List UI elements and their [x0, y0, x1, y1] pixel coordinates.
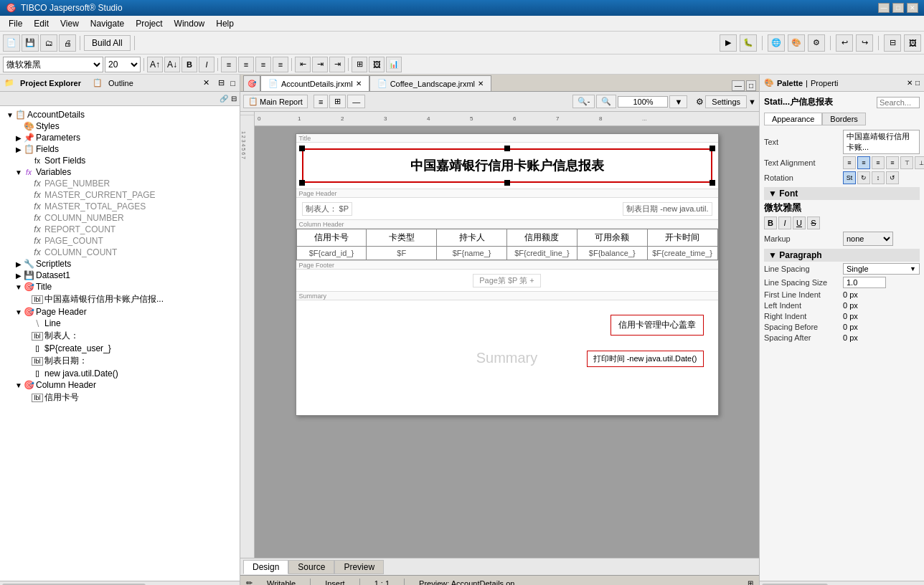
font-bold-button[interactable]: B [764, 217, 777, 229]
debug-button[interactable]: 🐛 [740, 34, 757, 52]
tree-page-number[interactable]: fx PAGE_NUMBER [0, 178, 240, 189]
right-panel-scrollbar[interactable] [760, 581, 924, 585]
prop-lss-input[interactable] [843, 277, 886, 288]
menu-file[interactable]: File [3, 17, 28, 30]
align-center-button[interactable]: ≡ [238, 57, 254, 72]
borders-tab[interactable]: Borders [822, 113, 866, 125]
editor-maximize-button[interactable]: □ [746, 80, 756, 91]
menu-view[interactable]: View [55, 17, 85, 30]
tree-chuanbiaoren-label[interactable]: lbl 制表人： [0, 329, 240, 343]
align-top-button[interactable]: ⊤ [900, 156, 913, 169]
zoom-out-button[interactable]: 🔍- [572, 95, 595, 108]
list-view-button[interactable]: ≡ [314, 95, 328, 108]
save-button[interactable]: 💾 [22, 34, 39, 52]
tree-parameters[interactable]: ▶ 📌 Parameters [0, 132, 240, 143]
tree-fields[interactable]: ▶ 📋 Fields [0, 143, 240, 155]
rotation-cw-button[interactable]: ↻ [857, 171, 870, 184]
font-underline-button[interactable]: U [793, 217, 806, 229]
project-explorer-tab[interactable]: Project Explorer [20, 79, 81, 87]
tree-styles[interactable]: 🎨 Styles [0, 120, 240, 132]
indent-right-button[interactable]: ⇥ [312, 57, 328, 72]
status-bar-expand[interactable]: ⊞ [748, 579, 753, 585]
stamp-box[interactable]: 信用卡管理中心盖章 [610, 315, 704, 336]
tree-title-band[interactable]: ▼ 🎯 Title [0, 281, 240, 292]
tree-biaoqi-label[interactable]: lbl 制表日期： [0, 354, 240, 368]
font-decrease-button[interactable]: A↓ [164, 57, 180, 72]
tree-column-count[interactable]: fx COLUMN_COUNT [0, 247, 240, 258]
settings-icon-button[interactable]: ⚙ [808, 34, 825, 52]
left-panel-scrollbar[interactable] [0, 581, 240, 585]
palette-tab-label[interactable]: Palette [777, 79, 803, 87]
appearance-tab[interactable]: Appearance [764, 113, 822, 125]
palette-button[interactable]: 🎨 [788, 34, 805, 52]
align-center-button[interactable]: ≡ [857, 156, 870, 169]
right-panel-max-button[interactable]: □ [915, 79, 920, 87]
menu-help[interactable]: Help [210, 17, 240, 30]
rotation-ccw-button[interactable]: ↺ [886, 171, 899, 184]
outline-tab[interactable]: Outline [108, 79, 133, 87]
left-panel-max-button[interactable]: □ [230, 79, 235, 87]
align-middle-button[interactable]: ⊥ [915, 156, 924, 169]
align-right-button[interactable]: ≡ [255, 57, 271, 72]
align-right-button[interactable]: ≡ [872, 156, 885, 169]
tree-new-date[interactable]: [] new java.util.Date() [0, 368, 240, 379]
tree-variables[interactable]: ▼ fx Variables [0, 166, 240, 178]
save-all-button[interactable]: 🗂 [40, 34, 57, 52]
grid-view-button[interactable]: ⊞ [329, 95, 346, 108]
image-button[interactable]: 🖼 [369, 57, 385, 72]
editor-tab-close-button[interactable]: ✕ [356, 80, 362, 87]
canvas-scroll[interactable]: 0 1 2 3 4 5 6 7 8 ... [255, 112, 759, 558]
paragraph-section-header[interactable]: ▼ Paragraph [764, 249, 920, 262]
print-time-box[interactable]: 打印时间 -new java.util.Date() [587, 351, 704, 367]
rotation-180-button[interactable]: ↕ [872, 171, 885, 184]
tree-column-header-band[interactable]: ▼ 🎯 Column Header [0, 379, 240, 391]
align-left-button[interactable]: ≡ [843, 156, 856, 169]
close-button[interactable]: ✕ [907, 3, 918, 13]
settings-button[interactable]: Settings [705, 95, 747, 108]
zoom-reset-button[interactable]: 🔍 [596, 95, 616, 108]
collapse-all-button[interactable]: ⊟ [231, 95, 237, 103]
properties-tab-label[interactable]: Properti [811, 79, 839, 87]
markup-select[interactable]: none html [843, 232, 893, 246]
title-text-box[interactable]: 中国嘉靖银行信用卡账户信息报表 [302, 148, 712, 183]
editor-tab-coffee[interactable]: 📄 Coffee_Landscape.jrxml ✕ [369, 75, 491, 91]
tree-card-number-label[interactable]: lbl 信用卡号 [0, 391, 240, 404]
right-panel-close-button[interactable]: ✕ [907, 79, 913, 87]
font-italic-button[interactable]: I [778, 217, 791, 229]
tree-master-total[interactable]: fx MASTER_TOTAL_PAGES [0, 201, 240, 212]
menu-navigate[interactable]: Navigate [85, 17, 130, 30]
italic-button[interactable]: I [199, 57, 214, 72]
align-justify-button[interactable]: ≡ [886, 156, 899, 169]
properties-search-input[interactable] [877, 97, 920, 108]
window-controls[interactable]: — □ ✕ [878, 3, 918, 13]
chart-button[interactable]: 📊 [386, 57, 402, 72]
run-button[interactable]: ▶ [720, 34, 737, 52]
details-view-button[interactable]: — [347, 95, 365, 108]
tree-column-number[interactable]: fx COLUMN_NUMBER [0, 212, 240, 224]
prop-text-value[interactable]: 中国嘉靖银行信用卡账... [843, 130, 920, 154]
redo-button[interactable]: ↪ [856, 34, 873, 52]
align-justify-button[interactable]: ≡ [273, 57, 288, 72]
indent-left-button[interactable]: ⇤ [295, 57, 311, 72]
tree-page-count[interactable]: fx PAGE_COUNT [0, 235, 240, 247]
tree-dataset1[interactable]: ▶ 💾 Dataset1 [0, 270, 240, 281]
maximize-button[interactable]: □ [892, 3, 904, 13]
menu-project[interactable]: Project [130, 17, 168, 30]
undo-button[interactable]: ↩ [836, 34, 853, 52]
font-section-header[interactable]: ▼ Font [764, 187, 920, 200]
font-increase-button[interactable]: A↑ [147, 57, 163, 72]
font-size-select[interactable]: 20 [105, 57, 141, 72]
tree-sort-fields[interactable]: fx Sort Fields [0, 155, 240, 166]
tree-master-current[interactable]: fx MASTER_CURRENT_PAGE [0, 189, 240, 201]
settings-arrow-icon[interactable]: ▼ [748, 98, 756, 106]
editor-tab-close-button2[interactable]: ✕ [478, 80, 484, 87]
tree-title-label[interactable]: lbl 中国嘉靖银行信用卡账户信报... [0, 292, 240, 306]
server-button[interactable]: 🌐 [768, 34, 785, 52]
design-tab[interactable]: Design [243, 560, 288, 574]
editor-tab-account[interactable]: 📄 AccountDetails.jrxml ✕ [260, 75, 369, 91]
align-left-button[interactable]: ≡ [221, 57, 237, 72]
table-insert-button[interactable]: ⊞ [352, 57, 367, 72]
font-strikethrough-button[interactable]: S [807, 217, 820, 229]
print-button[interactable]: 🖨 [59, 34, 76, 52]
source-tab[interactable]: Source [288, 560, 334, 574]
